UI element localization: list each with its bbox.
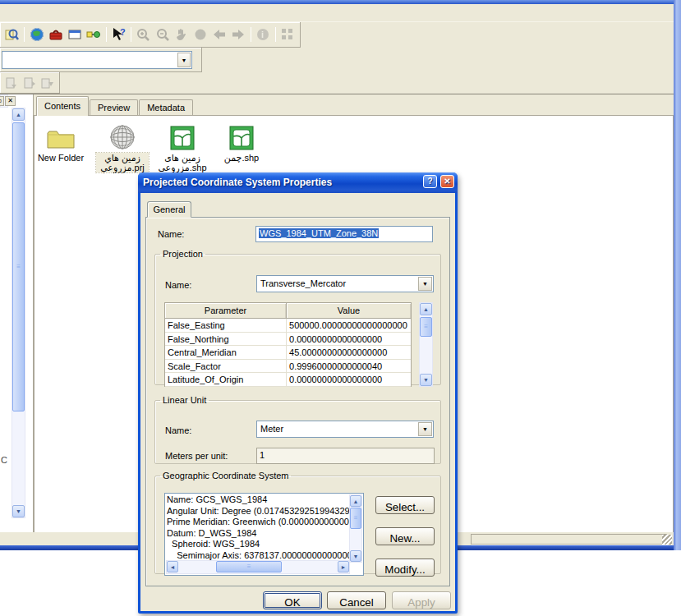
value-cell[interactable]: 0.00000000000000000 — [287, 333, 411, 346]
modify-button[interactable]: Modify... — [375, 559, 435, 577]
chevron-down-icon[interactable]: ▼ — [177, 53, 191, 67]
table-row[interactable]: False_Easting 500000.00000000000000000 — [165, 319, 411, 333]
col-header-parameter[interactable]: Parameter — [165, 303, 287, 319]
value-cell[interactable]: 0.99960000000000040 — [287, 360, 411, 373]
gcs-line: Prime Meridian: Greenwich (0.00000000000… — [167, 517, 349, 528]
chevron-down-icon[interactable]: ▼ — [418, 277, 432, 291]
scroll-left-icon[interactable]: ◄ — [167, 561, 178, 572]
tab-general[interactable]: General — [147, 201, 191, 218]
linear-unit-legend: Linear Unit — [160, 395, 209, 405]
scroll-thumb[interactable] — [350, 508, 361, 529]
parameter-table[interactable]: Parameter Value False_Easting 500000.000… — [164, 302, 412, 387]
linear-unit-combobox-value: Meter — [260, 424, 283, 434]
toolbox-icon[interactable] — [46, 25, 65, 44]
file-item-shp-1[interactable]: زمین های مزروعی.shp — [153, 122, 212, 172]
close-icon[interactable]: ✕ — [440, 175, 454, 188]
scroll-down-icon[interactable]: ▼ — [350, 550, 361, 562]
name-input[interactable]: WGS_1984_UTM_Zone_38N — [255, 226, 433, 242]
value-cell[interactable]: 500000.00000000000000000 — [287, 319, 411, 332]
meters-per-unit-label: Meters per unit: — [165, 451, 228, 461]
standard-toolbar: ? i — [0, 22, 681, 48]
gcs-listbox[interactable]: Name: GCS_WGS_1984 Angular Unit: Degree … — [164, 493, 364, 576]
ok-button[interactable]: OK — [263, 591, 322, 609]
scroll-thumb[interactable] — [12, 122, 25, 411]
cancel-button[interactable]: Cancel — [327, 591, 386, 609]
scroll-thumb[interactable] — [216, 561, 282, 572]
scroll-right-icon[interactable]: ► — [338, 561, 349, 572]
full-extent-icon[interactable] — [191, 25, 209, 44]
status-panel — [471, 534, 667, 545]
projection-legend: Projection — [160, 249, 205, 259]
menu-bar — [0, 4, 681, 22]
apply-button[interactable]: Apply — [392, 591, 451, 609]
tab-preview[interactable]: Preview — [90, 99, 138, 116]
file-item-shp-2[interactable]: چمن.shp — [215, 122, 268, 163]
table-row[interactable]: Latitude_Of_Origin 0.00000000000000000 — [165, 373, 411, 387]
shapefile-icon — [153, 122, 212, 150]
tab-contents[interactable]: Contents — [36, 96, 89, 116]
edit-metadata-icon[interactable] — [2, 74, 21, 92]
chevron-down-icon[interactable]: ▼ — [418, 422, 432, 436]
table-row[interactable]: Central_Meridian 45.00000000000000000 — [165, 346, 411, 360]
export-metadata-icon[interactable] — [39, 74, 57, 92]
file-item-prj[interactable]: زمین هاي مزروعي.prj — [94, 122, 151, 172]
help-icon[interactable]: ? — [423, 175, 437, 188]
col-header-value[interactable]: Value — [287, 303, 411, 319]
param-cell: False_Northing — [165, 333, 287, 346]
linear-unit-combobox[interactable]: Meter ▼ — [256, 421, 434, 438]
forward-arrow-icon[interactable] — [229, 25, 248, 44]
create-thumbnail-icon[interactable] — [278, 25, 297, 44]
zoom-in-icon[interactable] — [134, 25, 153, 44]
name-input-value: WGS_1984_UTM_Zone_38N — [259, 228, 379, 238]
new-button[interactable]: New... — [375, 527, 435, 545]
file-label: چمن.shp — [224, 153, 259, 163]
gcs-hscrollbar[interactable]: ◄ ► — [166, 560, 350, 574]
zoom-out-icon[interactable] — [153, 25, 172, 44]
close-icon[interactable]: ✕ — [5, 96, 16, 106]
folder-icon — [35, 122, 87, 150]
gcs-vscrollbar[interactable]: ▲ ▼ — [349, 494, 362, 563]
value-cell[interactable]: 45.00000000000000000 — [287, 346, 411, 359]
projection-combobox[interactable]: Transverse_Mercator ▼ — [256, 275, 434, 292]
table-row[interactable]: False_Northing 0.00000000000000000 — [165, 333, 411, 347]
toolbar-separator — [106, 27, 107, 42]
modelbuilder-icon[interactable] — [85, 25, 104, 44]
dialog-titlebar[interactable]: Projected Coordinate System Properties ?… — [138, 172, 458, 193]
tab-metadata[interactable]: Metadata — [139, 99, 193, 116]
scroll-down-icon[interactable]: ▼ — [12, 505, 25, 517]
toolbar-separator — [131, 27, 131, 42]
meters-per-unit-input: 1 — [256, 448, 435, 464]
param-cell: Latitude_Of_Origin — [165, 373, 287, 386]
import-metadata-icon[interactable] — [21, 74, 39, 92]
resize-grip[interactable] — [662, 535, 672, 545]
gcs-legend: Geographic Coordinate System — [160, 471, 291, 480]
toolbar-separator — [275, 27, 276, 42]
context-help-icon[interactable]: ? — [109, 25, 128, 44]
scroll-down-icon[interactable]: ▼ — [420, 374, 432, 386]
scroll-thumb[interactable] — [420, 317, 432, 337]
scroll-up-icon[interactable]: ▲ — [12, 108, 25, 121]
svg-text:i: i — [261, 30, 264, 39]
file-item-new-folder[interactable]: New Folder — [35, 122, 87, 163]
param-cell: False_Easting — [165, 319, 287, 332]
pin-icon[interactable]: ▭ — [0, 96, 4, 106]
location-combobox[interactable]: ▼ — [2, 51, 192, 69]
value-cell[interactable]: 0.00000000000000000 — [287, 373, 411, 386]
table-row[interactable]: Scale_Factor 0.99960000000000040 — [165, 360, 411, 374]
command-window-icon[interactable] — [65, 25, 84, 44]
metadata-toolbar — [0, 72, 681, 94]
tree-scrollbar[interactable]: ▲ ▼ — [12, 108, 25, 518]
pan-hand-icon[interactable] — [172, 25, 191, 44]
table-scrollbar[interactable]: ▲ ▼ — [419, 302, 433, 387]
select-button[interactable]: Select... — [375, 496, 435, 514]
identify-icon[interactable]: i — [254, 25, 273, 44]
window-right-border — [674, 0, 681, 550]
scroll-up-icon[interactable]: ▲ — [350, 495, 361, 507]
gcs-line: Spheroid: WGS_1984 — [167, 539, 349, 550]
globe-icon[interactable] — [27, 25, 46, 44]
location-toolbar: ▼ — [0, 48, 681, 72]
scroll-up-icon[interactable]: ▲ — [420, 303, 432, 315]
back-arrow-icon[interactable] — [209, 25, 228, 44]
search-icon[interactable] — [2, 25, 21, 44]
catalog-tree-panel: ▭ ✕ ▲ ▼ C — [0, 94, 34, 533]
